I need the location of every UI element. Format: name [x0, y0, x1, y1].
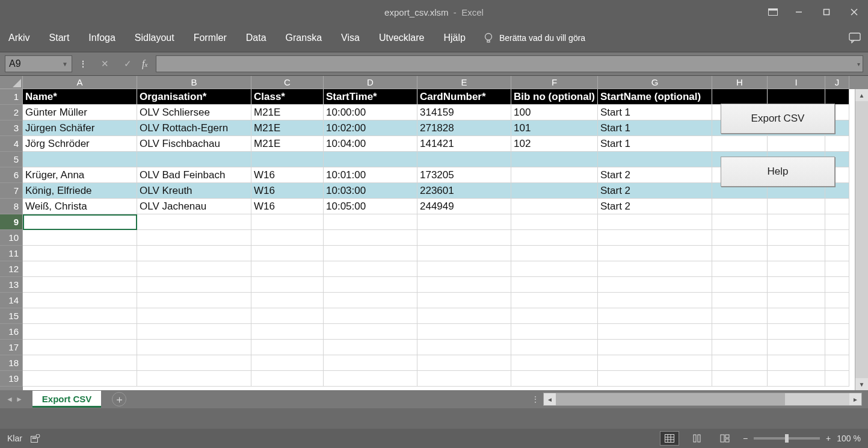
cell[interactable] [417, 340, 511, 355]
cell[interactable] [137, 340, 251, 355]
cell[interactable]: OLV Jachenau [137, 199, 251, 214]
cell[interactable] [251, 324, 324, 340]
ribbon-tab-utvecklare[interactable]: Utvecklare [378, 29, 426, 47]
cell[interactable] [768, 89, 825, 105]
close-button[interactable] [840, 0, 868, 24]
cell[interactable] [324, 324, 417, 340]
cell[interactable] [768, 355, 825, 371]
maximize-button[interactable] [813, 0, 840, 24]
row-header-6[interactable]: 6 [0, 167, 23, 183]
cell[interactable] [511, 167, 598, 183]
cell[interactable] [511, 308, 598, 324]
new-sheet-button[interactable]: ＋ [112, 392, 126, 406]
scroll-track[interactable] [855, 101, 868, 378]
cell[interactable] [137, 261, 251, 277]
spreadsheet-grid[interactable]: 12345678910111213141516171819 ABCDEFGHIJ… [0, 76, 868, 390]
cell[interactable] [324, 293, 417, 308]
column-header-I[interactable]: I [768, 76, 825, 89]
cell[interactable] [825, 89, 849, 105]
cell[interactable] [23, 152, 137, 167]
cell[interactable]: 10:04:00 [324, 136, 417, 152]
cell[interactable] [825, 230, 849, 246]
cell[interactable] [768, 136, 825, 152]
cell[interactable]: M21E [251, 105, 324, 120]
cell[interactable] [598, 371, 712, 387]
cell[interactable]: 223601 [417, 183, 511, 199]
cell[interactable] [417, 152, 511, 167]
cell[interactable] [712, 89, 768, 105]
zoom-thumb[interactable] [785, 434, 789, 443]
cell[interactable] [417, 308, 511, 324]
row-header-10[interactable]: 10 [0, 230, 23, 246]
cell[interactable] [768, 371, 825, 387]
row-header-2[interactable]: 2 [0, 105, 23, 120]
column-header-J[interactable]: J [825, 76, 849, 89]
cell[interactable] [417, 324, 511, 340]
sheet-tab-active[interactable]: Export CSV [32, 391, 102, 408]
cell[interactable]: 314159 [417, 105, 511, 120]
column-header-C[interactable]: C [251, 76, 324, 89]
cell[interactable] [137, 230, 251, 246]
cell[interactable] [768, 214, 825, 230]
cell[interactable] [137, 246, 251, 261]
cell[interactable]: M21E [251, 120, 324, 136]
column-header-B[interactable]: B [137, 76, 251, 89]
zoom-slider[interactable] [754, 437, 820, 440]
cell[interactable]: OLV Kreuth [137, 183, 251, 199]
cell[interactable] [825, 355, 849, 371]
cell[interactable] [825, 136, 849, 152]
cell[interactable] [825, 371, 849, 387]
row-header-17[interactable]: 17 [0, 340, 23, 355]
cell[interactable] [598, 277, 712, 293]
row-header-19[interactable]: 19 [0, 371, 23, 387]
cell[interactable] [712, 308, 768, 324]
tab-scroll-split-handle[interactable]: ⋮ [531, 394, 540, 404]
row-header-18[interactable]: 18 [0, 355, 23, 371]
column-header-D[interactable]: D [324, 76, 417, 89]
horizontal-scrollbar[interactable]: ◄ ► [543, 393, 862, 406]
row-header-15[interactable]: 15 [0, 308, 23, 324]
cell[interactable]: OLV Rottach-Egern [137, 120, 251, 136]
cell[interactable] [324, 214, 417, 230]
cell[interactable] [768, 340, 825, 355]
cell[interactable] [712, 136, 768, 152]
cell[interactable] [324, 230, 417, 246]
formula-input[interactable]: ▾ [156, 55, 863, 72]
cell[interactable] [511, 340, 598, 355]
zoom-in-button[interactable]: + [826, 434, 831, 443]
cell[interactable] [137, 214, 251, 230]
cell[interactable]: Start 2 [598, 199, 712, 214]
cell[interactable] [511, 355, 598, 371]
cell[interactable]: M21E [251, 136, 324, 152]
cell[interactable] [324, 277, 417, 293]
cell[interactable] [23, 230, 137, 246]
row-header-5[interactable]: 5 [0, 152, 23, 167]
column-header-G[interactable]: G [598, 76, 712, 89]
cell[interactable] [712, 246, 768, 261]
cell[interactable]: StartTime* [324, 89, 417, 105]
cell[interactable] [712, 277, 768, 293]
cell[interactable] [598, 152, 712, 167]
expand-formula-bar-icon[interactable]: ▾ [857, 61, 860, 67]
cell[interactable] [23, 293, 137, 308]
page-layout-view-button[interactable] [688, 431, 707, 446]
cell[interactable] [598, 261, 712, 277]
fx-icon[interactable]: fx [140, 58, 150, 69]
cell[interactable]: OLV Bad Feinbach [137, 167, 251, 183]
cell[interactable] [137, 277, 251, 293]
ribbon-display-options-icon[interactable] [761, 0, 785, 24]
cell[interactable] [324, 152, 417, 167]
prev-sheet-button[interactable]: ◄ [6, 395, 13, 403]
cell[interactable] [825, 199, 849, 214]
cell[interactable]: StartName (optional) [598, 89, 712, 105]
cell[interactable] [417, 277, 511, 293]
cell[interactable] [137, 152, 251, 167]
cell[interactable] [598, 355, 712, 371]
row-header-8[interactable]: 8 [0, 199, 23, 214]
page-break-view-button[interactable] [715, 431, 734, 446]
ribbon-tab-hjälp[interactable]: Hjälp [442, 29, 466, 47]
cell[interactable] [417, 214, 511, 230]
cell[interactable]: Jürgen Schäfer [23, 120, 137, 136]
cell[interactable]: OLV Schliersee [137, 105, 251, 120]
cell[interactable] [825, 293, 849, 308]
